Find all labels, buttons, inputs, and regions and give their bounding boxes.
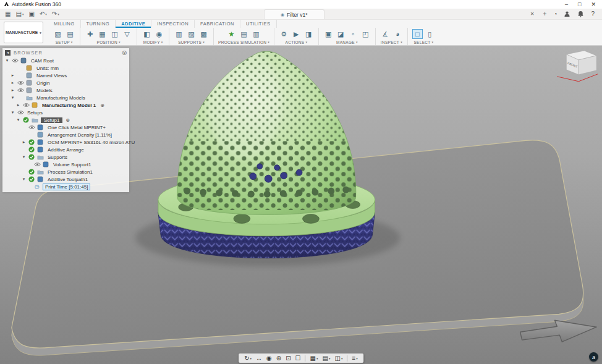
- fill-holes-icon[interactable]: ◉: [154, 29, 164, 39]
- part-model[interactable]: [158, 46, 375, 236]
- browser-item-volume-support1[interactable]: Volume Support1: [2, 161, 129, 168]
- tool-library-icon[interactable]: ◪: [336, 29, 346, 39]
- edit-form-icon[interactable]: ◧: [142, 29, 152, 39]
- visibility-eye-icon[interactable]: [22, 103, 30, 108]
- post-process-icon[interactable]: ◨: [303, 29, 314, 39]
- ribbon-group-label-position[interactable]: POSITION: [97, 40, 117, 44]
- pan-icon[interactable]: ↔: [254, 354, 264, 362]
- zoom-icon[interactable]: ⊕: [274, 354, 283, 362]
- visibility-eye-icon[interactable]: [17, 80, 24, 85]
- selection-filters-icon[interactable]: ▯: [425, 29, 435, 39]
- browser-item-supports[interactable]: ▾Supports: [2, 153, 129, 161]
- volume-support-icon[interactable]: ▥: [174, 29, 184, 39]
- bar-support-icon[interactable]: ▨: [186, 29, 197, 39]
- assistant-badge[interactable]: a: [589, 352, 598, 362]
- new-setup-icon[interactable]: ▧: [53, 29, 63, 39]
- enabled-check-icon[interactable]: [28, 146, 35, 153]
- visibility-eye-icon[interactable]: [17, 88, 24, 93]
- tab-utilities[interactable]: UTILITIES: [240, 20, 277, 28]
- browser-item-additive-arrange[interactable]: Additive Arrange: [2, 146, 129, 153]
- tree-caret-icon[interactable]: ▸: [11, 88, 15, 93]
- select-window-icon[interactable]: □: [412, 29, 423, 39]
- marking-menu-icon[interactable]: ≡▾: [350, 354, 359, 362]
- look-at-icon[interactable]: ◉: [265, 354, 274, 362]
- align-icon[interactable]: ◫: [109, 29, 120, 39]
- help-button[interactable]: ?: [591, 9, 595, 19]
- arrange-icon[interactable]: ▦: [97, 29, 108, 39]
- tree-caret-icon[interactable]: ▸: [16, 103, 20, 108]
- tree-caret-icon[interactable]: ▸: [11, 73, 15, 78]
- undo-button[interactable]: ↶▾: [37, 9, 49, 19]
- machine-manager-icon[interactable]: ◰: [360, 29, 371, 39]
- tab-turning[interactable]: TURNING: [81, 20, 116, 28]
- zoom-window-icon[interactable]: ⊡: [284, 354, 292, 362]
- browser-item-print-time-5-01-45[interactable]: ◷Print Time [5:01:45]: [2, 183, 129, 190]
- tree-caret-icon[interactable]: ▾: [5, 58, 9, 63]
- browser-item-additive-toolpath1[interactable]: ▾Additive Toolpath1: [2, 176, 129, 183]
- save-button[interactable]: ▣: [26, 9, 36, 19]
- visibility-eye-icon[interactable]: [11, 58, 19, 63]
- ribbon-group-label-setup[interactable]: SETUP: [56, 40, 70, 44]
- ribbon-group-label-inspect[interactable]: INSPECT: [381, 40, 399, 44]
- simulate-toolpath-icon[interactable]: ▶: [291, 29, 302, 39]
- ribbon-group-label-modify[interactable]: MODIFY: [143, 40, 160, 44]
- visibility-eye-icon[interactable]: [17, 110, 24, 115]
- ribbon-group-label-process-simulation[interactable]: PROCESS SIMULATION: [218, 40, 266, 44]
- enabled-check-icon[interactable]: [22, 117, 30, 123]
- maximize-button[interactable]: □: [578, 0, 581, 9]
- section-analysis-icon[interactable]: ◕: [392, 29, 403, 39]
- task-manager-icon[interactable]: ▫: [348, 29, 358, 39]
- file-menu-button[interactable]: ▤▾: [13, 9, 26, 19]
- measure-icon[interactable]: ∡: [380, 29, 391, 39]
- browser-item-setups[interactable]: ▾Setups: [2, 109, 129, 116]
- browser-item-manufacturing-models[interactable]: ▾Manufacturing Models: [2, 94, 129, 101]
- tab-milling[interactable]: MILLING: [48, 20, 81, 28]
- drop-to-platform-icon[interactable]: ▽: [122, 29, 132, 39]
- tree-caret-icon[interactable]: ▾: [11, 110, 15, 115]
- tree-caret-icon[interactable]: ▾: [22, 154, 26, 159]
- enabled-check-icon[interactable]: [28, 139, 35, 145]
- browser-item-one-click-metal-mprint[interactable]: One Click Metal MPRINT+: [2, 124, 129, 131]
- simulation-cache-icon[interactable]: ▤: [239, 29, 249, 39]
- grid-and-snaps-icon[interactable]: ▤▾: [321, 354, 333, 362]
- display-settings-icon[interactable]: ▦▾: [308, 354, 320, 362]
- redo-button[interactable]: ↷▾: [49, 9, 62, 19]
- browser-item-setup1[interactable]: ▾Setup1⊕: [2, 116, 129, 124]
- enabled-check-icon[interactable]: [28, 169, 35, 175]
- browser-item-named-views[interactable]: ▸Named Views: [2, 72, 129, 79]
- simulate-process-icon[interactable]: ★: [226, 29, 237, 39]
- tree-caret-icon[interactable]: ▸: [22, 140, 26, 145]
- tab-additive[interactable]: ADDITIVE: [116, 20, 151, 28]
- ribbon-group-label-manage[interactable]: MANAGE: [336, 40, 355, 44]
- enabled-check-icon[interactable]: [28, 176, 35, 182]
- viewports-icon[interactable]: ◫▾: [333, 354, 345, 362]
- browser-item-units-mm[interactable]: Units: mm: [2, 64, 129, 72]
- ribbon-group-label-actions[interactable]: ACTIONS: [286, 40, 305, 44]
- move-icon[interactable]: ✚: [85, 29, 95, 39]
- orbit-icon[interactable]: ↻▾: [242, 354, 253, 362]
- view-cube[interactable]: FRONT: [557, 51, 598, 82]
- browser-item-cam-root[interactable]: ▾CAM Root: [2, 57, 129, 64]
- visibility-eye-icon[interactable]: [33, 162, 41, 167]
- generate-toolpath-icon[interactable]: ⚙: [279, 29, 289, 39]
- browser-item-manufacturing-model-1[interactable]: ▸Manufacturing Model 1⊕: [2, 101, 129, 109]
- viewport-3d[interactable]: FRONT ◂ BROWSER ◎ ▾CAM RootUnits: mm▸Nam…: [0, 46, 602, 364]
- enabled-check-icon[interactable]: [28, 154, 35, 160]
- notifications-button[interactable]: [577, 9, 584, 19]
- browser-item-process-simulation1[interactable]: Process Simulation1: [2, 168, 129, 176]
- export-simulation-icon[interactable]: ▥: [251, 29, 261, 39]
- browser-collapse-icon[interactable]: ◂: [5, 50, 11, 56]
- browser-item-models[interactable]: ▸Models: [2, 87, 129, 94]
- tree-caret-icon[interactable]: ▸: [11, 80, 15, 85]
- setup-sheet-icon[interactable]: ▣: [323, 29, 334, 39]
- machine-library-icon[interactable]: ▤: [65, 29, 75, 39]
- browser-item-arrangement-density-1-11[interactable]: Arrangement Density [1.11%]: [2, 131, 129, 138]
- add-tab-button[interactable]: +: [543, 9, 547, 19]
- close-document-tab-button[interactable]: ✕: [527, 11, 538, 17]
- document-tab[interactable]: ◉ Filter v1*: [264, 9, 324, 19]
- data-panel-button[interactable]: ▦: [2, 9, 13, 19]
- tab-inspection[interactable]: INSPECTION: [151, 20, 195, 28]
- browser-item-origin[interactable]: ▸Origin: [2, 79, 129, 87]
- tab-fabrication[interactable]: FABRICATION: [195, 20, 240, 28]
- ribbon-group-label-select[interactable]: SELECT: [413, 40, 430, 44]
